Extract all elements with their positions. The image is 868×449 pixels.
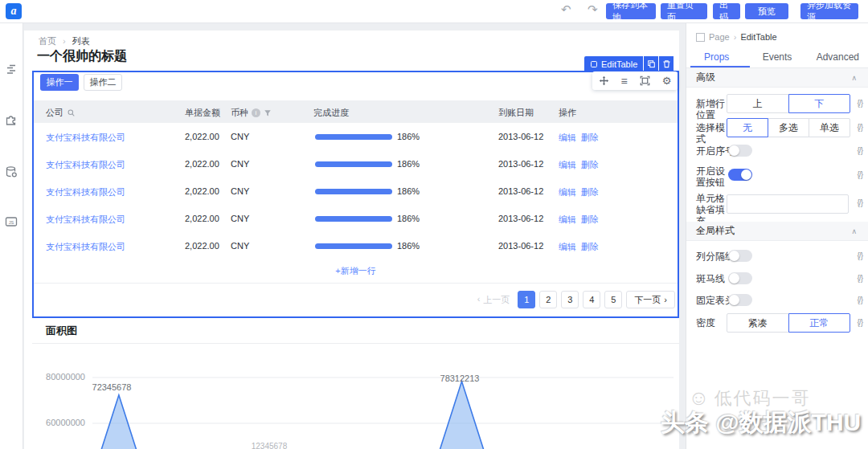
edit-link[interactable]: 编辑 [559,214,576,226]
delete-link[interactable]: 删除 [581,186,599,198]
edit-link[interactable]: 编辑 [559,241,576,253]
company-link[interactable]: 支付宝科技有限公司 [46,214,125,226]
bind-variable-icon[interactable]: {/} [858,318,862,327]
breadcrumb-separator: › [63,36,66,46]
date-cell: 2013-06-12 [498,241,543,251]
tab-advanced[interactable]: Advanced [808,47,868,67]
option-multi[interactable]: 多选 [768,118,809,137]
left-toolbar: JS ··· [0,22,23,449]
date-cell: 2013-06-12 [498,186,543,196]
action-one-button[interactable]: 操作一 [40,74,79,91]
add-row-button[interactable]: +新增一行 [34,259,678,284]
settings-button-switch[interactable] [728,169,752,181]
edit-link[interactable]: 编辑 [559,186,576,198]
panel-breadcrumb: Page › EditTable [696,32,777,42]
save-local-button[interactable]: 保存到本地 [606,3,656,19]
component-node-icon [696,33,705,42]
option-bottom[interactable]: 下 [788,94,851,113]
component-badge-label: EditTable [601,59,637,69]
reset-page-button[interactable]: 重置页面 [661,3,707,19]
async-load-button[interactable]: 异步加载资源 [800,3,858,19]
company-link[interactable]: 支付宝科技有限公司 [46,241,125,253]
option-top[interactable]: 上 [727,94,789,113]
bind-variable-icon[interactable]: {/} [858,198,862,207]
trash-icon [662,59,671,68]
company-link[interactable]: 支付宝科技有限公司 [46,186,125,198]
list-icon[interactable]: ≡ [621,75,628,88]
tab-props[interactable]: Props [686,47,747,67]
delete-component-button[interactable] [659,56,674,71]
prev-page-button: ‹ 上一页 [477,294,510,306]
filter-funnel-icon[interactable] [264,109,272,117]
date-cell: 2013-06-12 [498,159,543,169]
company-link[interactable]: 支付宝科技有限公司 [46,159,125,171]
settings-panel: Page › EditTable Props Events Advanced 高… [686,22,868,449]
delete-link[interactable]: 删除 [581,214,599,226]
js-panel-icon[interactable]: JS [5,215,18,228]
edit-link[interactable]: 编辑 [559,159,576,171]
delete-link[interactable]: 删除 [581,159,599,171]
fixed-header-switch[interactable] [728,294,752,306]
page-3-button[interactable]: 3 [561,291,579,308]
bind-variable-icon[interactable]: {/} [858,296,862,304]
bind-variable-icon[interactable]: {/} [858,170,862,179]
col-actions: 操作 [559,107,576,119]
page-5-button[interactable]: 5 [604,291,622,308]
bind-variable-icon[interactable]: {/} [858,274,862,283]
search-icon[interactable] [67,108,76,117]
next-page-button[interactable]: 下一页 › [626,291,675,308]
redo-icon[interactable]: ↷ [588,2,598,17]
component-icon [590,60,598,68]
copy-icon [647,59,656,68]
option-normal[interactable]: 正常 [788,313,851,333]
edit-link[interactable]: 编辑 [559,132,576,144]
section-advanced[interactable]: 高级 ∧ [686,68,868,88]
page-2-button[interactable]: 2 [539,291,557,308]
move-icon[interactable] [599,76,609,86]
amount-cell: 2,022.00 [185,186,219,196]
frame-icon[interactable] [640,76,650,86]
tab-events[interactable]: Events [747,47,807,67]
option-compact[interactable]: 紧凑 [727,313,789,333]
bind-variable-icon[interactable]: {/} [858,99,862,108]
action-two-button[interactable]: 操作二 [84,74,122,91]
panel-breadcrumb-parent[interactable]: Page [709,32,730,42]
company-link[interactable]: 支付宝科技有限公司 [46,132,125,144]
page-title: 一个很帅的标题 [37,48,127,65]
breadcrumb-home[interactable]: 首页 [39,36,56,46]
add-row-position-group: 上 下 [727,94,850,113]
cell-default-fill-input[interactable] [727,194,849,214]
bind-variable-icon[interactable]: {/} [858,123,862,132]
column-divider-switch[interactable] [728,250,752,262]
data-label-clipped: 12345678 [240,442,298,449]
section-global-style[interactable]: 全局样式 ∧ [686,222,868,241]
index-column-switch[interactable] [728,145,752,157]
chart-title: 面积图 [46,324,77,338]
app-logo-icon[interactable]: a [6,3,22,19]
section-divider [32,343,679,344]
datasource-icon[interactable] [5,165,18,178]
amount-cell: 2,022.00 [185,214,219,223]
outline-tree-icon[interactable] [5,63,18,76]
canvas-component-toolbar: ≡ ⚙ [592,71,678,90]
bind-variable-icon[interactable]: {/} [858,251,862,260]
delete-link[interactable]: 删除 [581,132,599,144]
prev-chevron-icon: ‹ [477,294,481,306]
delete-link[interactable]: 删除 [581,241,599,253]
preview-button[interactable]: 预览 [745,3,788,19]
info-icon[interactable]: i [252,108,260,117]
bind-variable-icon[interactable]: {/} [858,146,862,155]
option-none[interactable]: 无 [727,118,768,137]
codegen-button[interactable]: 出码 [713,3,740,19]
undo-icon[interactable]: ↶ [561,2,571,17]
page-4-button[interactable]: 4 [583,291,600,308]
zebra-stripe-switch[interactable] [728,272,752,284]
components-puzzle-icon[interactable] [5,113,18,126]
copy-component-button[interactable] [644,56,658,71]
option-single[interactable]: 单选 [809,118,850,137]
progress-bar [315,189,392,194]
date-cell: 2013-06-12 [498,214,543,223]
page-1-button[interactable]: 1 [518,291,535,308]
settings-gear-icon[interactable]: ⚙ [662,75,672,87]
progress-value: 186% [397,132,420,141]
